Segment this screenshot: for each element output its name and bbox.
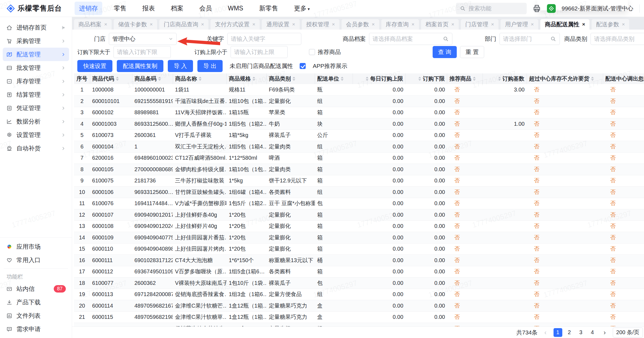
tab-close-icon[interactable]: × bbox=[150, 21, 153, 27]
col-header-spec[interactable]: 商品规格 bbox=[226, 73, 266, 84]
sidebar-item-站内信[interactable]: 站内信87 bbox=[3, 282, 69, 296]
tab-close-icon[interactable]: × bbox=[252, 21, 255, 27]
table-row[interactable]: 46000100386933125600…鄉俚人香酥鱼仔60g-11组5包（1箱… bbox=[74, 118, 644, 130]
sidebar-item-结算管理[interactable]: 结算管理 bbox=[3, 88, 69, 101]
order-min-input[interactable]: 请输入订购下限 bbox=[114, 46, 171, 58]
table-row[interactable]: 1660001116901028317122CT4大大泡泡糖1*6*150个称重… bbox=[74, 255, 644, 266]
dept-picker[interactable]: 请选择部门 bbox=[500, 33, 560, 45]
tab-close-icon[interactable]: × bbox=[622, 21, 625, 27]
action-button-配送属性复制[interactable]: 配送属性复制 bbox=[117, 60, 163, 72]
col-header-barcode[interactable]: 商品条码 bbox=[132, 73, 173, 84]
tab-close-icon[interactable]: × bbox=[372, 21, 375, 27]
tab-close-icon[interactable]: × bbox=[104, 21, 107, 27]
table-row[interactable]: 1460001096909409040775上好佳田园薯片番茄…1*20包定量膨… bbox=[74, 232, 644, 244]
sidebar-item-配送管理[interactable]: 配送管理 bbox=[3, 48, 69, 61]
page-size-select[interactable]: 200 条/页 bbox=[613, 328, 643, 337]
action-button-快速设置[interactable]: 快速设置 bbox=[77, 60, 112, 72]
table-row[interactable]: 961000752181736三牛苏打椒盐味散装1*5kg饼干12.9元以下箱0… bbox=[74, 175, 644, 187]
tab-储值卡参数[interactable]: 储值卡参数× bbox=[114, 19, 157, 30]
sort-icon[interactable] bbox=[591, 77, 594, 81]
table-row[interactable]: 1100000810000000011袋11规格11F69条码类瓶0.000.0… bbox=[74, 84, 644, 96]
tab-配送参数[interactable]: 配送参数× bbox=[592, 19, 629, 30]
table-row[interactable]: 1260001076909409012017上好佳鲜虾条40g1*20包定量膨化… bbox=[74, 209, 644, 221]
tab-支付方式设置[interactable]: 支付方式设置× bbox=[211, 19, 260, 30]
nav-item-报表[interactable]: 报表 bbox=[138, 2, 159, 15]
nav-item-进销存[interactable]: 进销存 bbox=[75, 2, 102, 15]
table-row[interactable]: 561000732600361V打手瓜子裸装1箱*5kg裸装瓜子公斤0.000.… bbox=[74, 130, 644, 141]
sidebar-item-数据分析[interactable]: 数据分析 bbox=[3, 115, 69, 128]
table-row[interactable]: 11610007616941174484…V力诚*手撕仿蟹柳原味1包5斤（1箱2… bbox=[74, 198, 644, 209]
page-button-3[interactable]: 3 bbox=[577, 328, 585, 337]
table-row[interactable]: 2260001166909409012031促销蒙牛特仑苏纯牛…1*12盒定量牛… bbox=[74, 323, 644, 327]
table-row[interactable]: 1861000772600362V裸装特大原味南瓜子1包10斤（1袋…裸装瓜子包… bbox=[74, 277, 644, 289]
sort-icon[interactable] bbox=[116, 77, 119, 81]
tab-档案首页[interactable]: 档案首页× bbox=[421, 19, 459, 30]
col-header-order_base[interactable]: 订购基数 bbox=[483, 73, 527, 84]
account-name[interactable]: 99662-新界面测试-管理中心 bbox=[562, 5, 633, 12]
sidebar-item-常用入口[interactable]: 常用入口 bbox=[3, 253, 69, 267]
tab-商品档案[interactable]: 商品档案× bbox=[74, 19, 112, 30]
tab-close-icon[interactable]: × bbox=[451, 21, 454, 27]
col-header-over_stock[interactable]: 超过中心库存不允许要货 bbox=[527, 73, 603, 84]
col-header-cat[interactable]: 商品类别 bbox=[266, 73, 315, 84]
sidebar-item-批发管理[interactable]: 批发管理 bbox=[3, 61, 69, 75]
sidebar-item-需求申请[interactable]: 需求申请 bbox=[3, 322, 69, 336]
nav-item-档案[interactable]: 档案 bbox=[166, 2, 188, 15]
tab-会员参数[interactable]: 会员参数× bbox=[342, 19, 379, 30]
col-header-unit[interactable]: 配送单位 bbox=[315, 73, 353, 84]
table-row[interactable]: 26000101016921555581919千滋百味我de土豆番…1组10包（… bbox=[74, 96, 644, 107]
table-row[interactable]: 1960001136971284200087促销海底捞香辣素食…1组3盒（1箱6… bbox=[74, 289, 644, 300]
app-recommend-checkbox[interactable] bbox=[300, 63, 306, 69]
tab-门店商品查询[interactable]: 门店商品查询× bbox=[159, 19, 208, 30]
tab-用户管理[interactable]: 用户管理× bbox=[501, 19, 538, 30]
action-button-导入[interactable]: 导 入 bbox=[168, 60, 193, 72]
collapse-sidebar-icon[interactable] bbox=[61, 25, 66, 30]
tab-close-icon[interactable]: × bbox=[582, 21, 585, 27]
col-header-center_out[interactable]: 配送中心调出忽略库存 bbox=[603, 73, 644, 84]
nav-item-新零售[interactable]: 新零售 bbox=[255, 2, 282, 15]
sort-icon[interactable] bbox=[199, 77, 202, 81]
sort-icon[interactable] bbox=[366, 77, 368, 81]
tab-close-icon[interactable]: × bbox=[332, 21, 335, 27]
sidebar-item-进销存首页[interactable]: 进销存首页 bbox=[3, 21, 69, 34]
tab-授权管理[interactable]: 授权管理× bbox=[302, 19, 339, 30]
prev-page-button[interactable]: ‹ bbox=[542, 329, 549, 336]
tab-close-icon[interactable]: × bbox=[201, 21, 204, 27]
col-header-order_min[interactable]: 订购下限 bbox=[405, 73, 447, 84]
nav-item-更多[interactable]: 更多▾ bbox=[290, 2, 314, 15]
nav-item-WMS[interactable]: WMS bbox=[223, 2, 248, 15]
page-button-4[interactable]: 4 bbox=[588, 328, 597, 337]
table-row[interactable]: 660001041双汇王中王无淀粉火…1组5包（1箱4…定量肉类组0.000.0… bbox=[74, 141, 644, 153]
sidebar-item-自动补货[interactable]: 自动补货 bbox=[3, 142, 69, 155]
table-row[interactable]: 2060001144897059682167金津维C果汁软糖芒…1盒12瓶（1箱… bbox=[74, 300, 644, 312]
tab-通用设置[interactable]: 通用设置× bbox=[262, 19, 299, 30]
col-header-daily_max[interactable]: 每日订购上限 bbox=[353, 73, 405, 84]
sort-icon[interactable] bbox=[418, 77, 421, 81]
page-button-1[interactable]: 1 bbox=[554, 328, 562, 337]
action-button-导出[interactable]: 导 出 bbox=[197, 60, 223, 72]
col-header-recommend[interactable]: 推荐商品 bbox=[447, 73, 483, 84]
category-picker[interactable]: 请选择商品类别 bbox=[591, 33, 644, 45]
printer-icon[interactable] bbox=[533, 4, 541, 13]
brand[interactable]: 乐檬零售后台 bbox=[0, 4, 69, 13]
table-row[interactable]: 762000166948960100023CT12百威啤酒580ml…1*12*… bbox=[74, 152, 644, 164]
keyword-input[interactable]: 请输入关键字 bbox=[227, 33, 301, 45]
table-row[interactable]: 1560001106909409040898上好佳田园薯片烤肉…1*20包定量膨… bbox=[74, 243, 644, 255]
nav-item-零售[interactable]: 零售 bbox=[109, 2, 131, 15]
tab-库存查询[interactable]: 库存查询× bbox=[381, 19, 419, 30]
tab-close-icon[interactable]: × bbox=[292, 21, 295, 27]
tab-close-icon[interactable]: × bbox=[491, 21, 494, 27]
query-button[interactable]: 查 询 bbox=[433, 46, 457, 58]
table-row[interactable]: 10600010696933125600…甘竹牌豆豉鲮鱼罐头…1组6罐（1箱4…… bbox=[74, 187, 644, 198]
reset-button[interactable]: 重 置 bbox=[460, 46, 484, 58]
table-row[interactable]: 860001052700000080689金锣肉粒多特级火腿…1箱10包（1包…… bbox=[74, 164, 644, 175]
table-row[interactable]: 1360001086909409012024上好佳鲜虾片40g1*20包定量膨化… bbox=[74, 220, 644, 232]
order-max-input[interactable]: 请输入订购上限 bbox=[231, 46, 288, 58]
nav-item-会员[interactable]: 会员 bbox=[195, 2, 216, 15]
col-header-code[interactable]: 商品代码 bbox=[90, 73, 132, 84]
sidebar-item-设置管理[interactable]: 设置管理 bbox=[3, 128, 69, 142]
tab-close-icon[interactable]: × bbox=[412, 21, 415, 27]
page-button-2[interactable]: 2 bbox=[565, 328, 574, 337]
next-page-button[interactable]: › bbox=[601, 329, 608, 336]
sort-icon[interactable] bbox=[498, 77, 501, 81]
